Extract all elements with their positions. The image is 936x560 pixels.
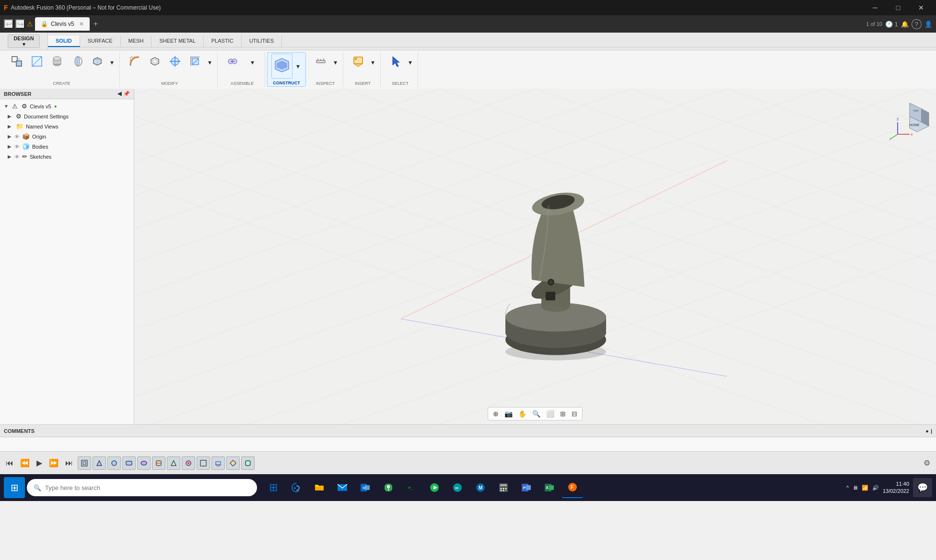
tab-sheet-metal[interactable]: SHEET METAL [152,35,203,47]
timeline-settings-button[interactable]: ⚙ [922,457,932,468]
assemble-more-button[interactable]: ▾ [244,57,261,68]
taskbar-app-outlook[interactable]: O [355,477,376,498]
browser-pin-icon[interactable]: 📌 [123,91,130,97]
comments-pin-icon[interactable]: | [931,428,932,434]
browser-collapse-icon[interactable]: ◀ [117,91,121,97]
create-sketch-button[interactable] [28,53,46,71]
account-icon[interactable]: 👤 [924,21,932,28]
timeline-step-10[interactable] [211,456,225,470]
grid-button[interactable]: ⊞ [558,409,568,419]
select-button[interactable] [386,53,405,71]
insert-more-button[interactable]: ▾ [369,58,376,67]
taskbar-app-blue1[interactable]: M [470,477,491,498]
camera-button[interactable]: 📷 [503,409,515,419]
tree-expand-origin[interactable]: ▶ [8,134,13,139]
tab-solid[interactable]: SOLID [48,35,80,47]
tree-expand-doc[interactable]: ▶ [8,114,13,119]
timeline-step-3[interactable] [107,456,121,470]
inspect-more-button[interactable]: ▾ [332,58,339,67]
pan-button[interactable]: ✋ [516,409,528,419]
tab-close-icon[interactable]: ✕ [79,21,84,27]
taskbar-app-calc[interactable] [493,477,514,498]
view-cube[interactable]: Z X Y HOME TOP [888,98,926,137]
notifications-icon[interactable]: 🔔 [901,21,909,28]
undo-button[interactable]: ↩ [4,19,13,29]
sys-network-icon[interactable]: 🖥 [853,485,858,490]
taskbar-app-fusion[interactable]: F [562,477,583,498]
zoom-button[interactable]: 🔍 [530,409,542,419]
taskbar-app-project[interactable]: P [516,477,537,498]
tab-plastic[interactable]: PLASTIC [204,35,242,47]
taskbar-app-mail[interactable] [332,477,353,498]
move-button[interactable] [166,53,184,71]
insert-button[interactable] [349,53,367,71]
shell-button[interactable] [146,53,164,71]
timeline-start-button[interactable]: ⏮ [4,458,15,468]
timeline-step-9[interactable] [197,456,210,470]
timeline-step-12[interactable] [241,456,255,470]
sys-wifi-icon[interactable]: 📶 [862,485,868,491]
timeline-step-1[interactable] [78,456,91,470]
tree-item-sketches[interactable]: ▶ 👁 ✏ Sketches [4,152,134,162]
tree-expand-views[interactable]: ▶ [8,124,13,129]
modify-more-button[interactable]: ▾ [206,58,213,67]
extrude-button[interactable] [48,53,66,71]
timeline-step-2[interactable] [93,456,106,470]
display-mode-button[interactable]: ⬜ [544,409,556,419]
taskbar-app-edge[interactable] [286,477,307,498]
timeline-step-8[interactable] [182,456,195,470]
notification-button[interactable]: 💬 [913,478,932,497]
fillet-button[interactable] [126,53,144,71]
new-tab-button[interactable]: + [92,18,100,30]
construct-more-button[interactable]: ▾ [294,61,302,71]
taskbar-app-widgets[interactable]: ⊞ [263,477,284,498]
timeline-step-11[interactable] [226,456,240,470]
view-options-button[interactable]: ⊟ [570,409,579,419]
help-icon[interactable]: ? [912,19,922,29]
history-icon[interactable]: 🕐 1 [885,21,898,28]
taskbar-app-arduino[interactable]: ∞ [447,477,468,498]
tree-eye-bodies[interactable]: 👁 [14,144,20,150]
create-component-button[interactable] [8,53,26,71]
tree-item-named-views[interactable]: ▶ 📁 Named Views [4,121,134,131]
joint-button[interactable] [223,53,242,71]
taskbar-app-media[interactable] [424,477,445,498]
tree-item-origin[interactable]: ▶ 👁 📦 Origin [4,131,134,141]
tree-item-bodies[interactable]: ▶ 👁 🧊 Bodies [4,141,134,152]
scale-button[interactable] [186,53,204,71]
taskbar-app-maps[interactable] [378,477,399,498]
timeline-next-button[interactable]: ⏩ [47,457,60,468]
timeline-step-4[interactable] [122,456,136,470]
timeline-step-5[interactable] [137,456,151,470]
comments-circle-icon[interactable]: ● [925,428,929,434]
sys-arrow-icon[interactable]: ^ [846,485,849,490]
taskbar-app-terminal[interactable]: >_ [401,477,422,498]
tree-item-clevis[interactable]: ▼ ⚠ ⚙ Clevis v5 ● [0,101,134,111]
tree-expand-clevis[interactable]: ▼ [4,104,10,109]
timeline-step-7[interactable] [167,456,180,470]
taskbar-app-excel[interactable]: X [539,477,560,498]
timeline-play-button[interactable]: ▶ [35,457,44,468]
tree-eye-sketches[interactable]: 👁 [14,154,20,160]
file-tab-clevis[interactable]: 🔒 Clevis v5 ✕ [35,17,90,31]
redo-button[interactable]: ↪ [15,19,25,29]
maximize-button[interactable]: □ [887,0,909,15]
tab-utilities[interactable]: UTILITIES [242,35,282,47]
measure-button[interactable] [312,53,330,71]
close-button[interactable]: ✕ [910,0,932,15]
taskbar-time[interactable]: 11:40 13/02/2022 [883,480,909,495]
tab-mesh[interactable]: MESH [121,35,152,47]
start-button[interactable]: ⊞ [4,477,25,498]
minimize-button[interactable]: ─ [864,0,886,15]
create-more-button[interactable]: ▾ [108,58,116,67]
box-button[interactable] [88,53,106,71]
search-input[interactable] [45,484,250,491]
design-dropdown[interactable]: DESIGN ▾ [8,35,40,48]
offset-plane-button[interactable] [271,54,292,79]
taskbar-search[interactable]: 🔍 [27,479,257,496]
tree-expand-bodies[interactable]: ▶ [8,144,13,149]
tab-surface[interactable]: SURFACE [80,35,121,47]
revolve-button[interactable] [68,53,86,71]
snap-button[interactable]: ⊕ [491,409,501,419]
sys-volume-icon[interactable]: 🔊 [872,485,879,491]
